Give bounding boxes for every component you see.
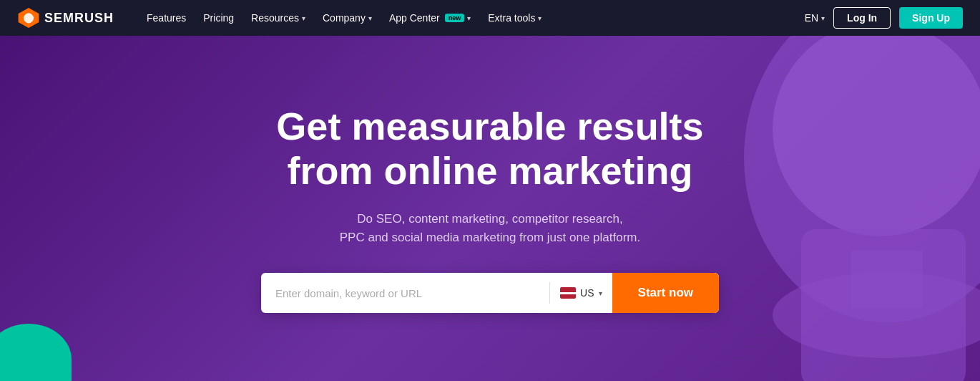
hero-title: Get measurable results from online marke… bbox=[261, 104, 719, 193]
search-bar: US ▾ Start now bbox=[261, 273, 719, 313]
hero-section: Get measurable results from online marke… bbox=[0, 36, 980, 381]
nav-company[interactable]: Company ▾ bbox=[315, 8, 379, 28]
language-selector[interactable]: EN ▾ bbox=[805, 12, 825, 24]
chevron-down-icon: ▾ bbox=[821, 14, 825, 22]
nav-extra-tools[interactable]: Extra tools ▾ bbox=[481, 8, 549, 28]
svg-point-1 bbox=[773, 36, 980, 236]
login-button[interactable]: Log In bbox=[833, 7, 891, 29]
svg-rect-3 bbox=[851, 251, 923, 308]
nav-items: Features Pricing Resources ▾ Company ▾ A… bbox=[139, 8, 785, 28]
nav-pricing[interactable]: Pricing bbox=[196, 8, 241, 28]
svg-rect-2 bbox=[801, 229, 966, 381]
signup-button[interactable]: Sign Up bbox=[899, 7, 963, 29]
nav-resources[interactable]: Resources ▾ bbox=[244, 8, 313, 28]
us-flag-icon bbox=[560, 287, 576, 299]
navbar: SEMRUSH Features Pricing Resources ▾ Com… bbox=[0, 0, 980, 36]
nav-app-center[interactable]: App Center new ▾ bbox=[382, 8, 478, 28]
svg-point-4 bbox=[773, 272, 980, 358]
logo-text: SEMRUSH bbox=[44, 11, 114, 26]
semrush-logo-icon bbox=[17, 8, 40, 28]
hero-teal-decoration bbox=[0, 324, 72, 381]
hero-subtitle: Do SEO, content marketing, competitor re… bbox=[261, 210, 719, 248]
chevron-down-icon: ▾ bbox=[599, 289, 602, 297]
chevron-down-icon: ▾ bbox=[467, 14, 471, 22]
nav-right: EN ▾ Log In Sign Up bbox=[805, 7, 963, 29]
country-selector[interactable]: US ▾ bbox=[550, 273, 612, 313]
nav-features[interactable]: Features bbox=[139, 8, 193, 28]
search-input[interactable] bbox=[261, 273, 549, 313]
hero-content: Get measurable results from online marke… bbox=[247, 104, 733, 314]
chevron-down-icon: ▾ bbox=[302, 14, 305, 22]
chevron-down-icon: ▾ bbox=[368, 14, 372, 22]
logo[interactable]: SEMRUSH bbox=[17, 8, 114, 28]
svg-point-0 bbox=[744, 36, 980, 322]
new-badge: new bbox=[445, 14, 465, 22]
chevron-down-icon: ▾ bbox=[538, 14, 542, 22]
start-now-button[interactable]: Start now bbox=[612, 273, 719, 313]
